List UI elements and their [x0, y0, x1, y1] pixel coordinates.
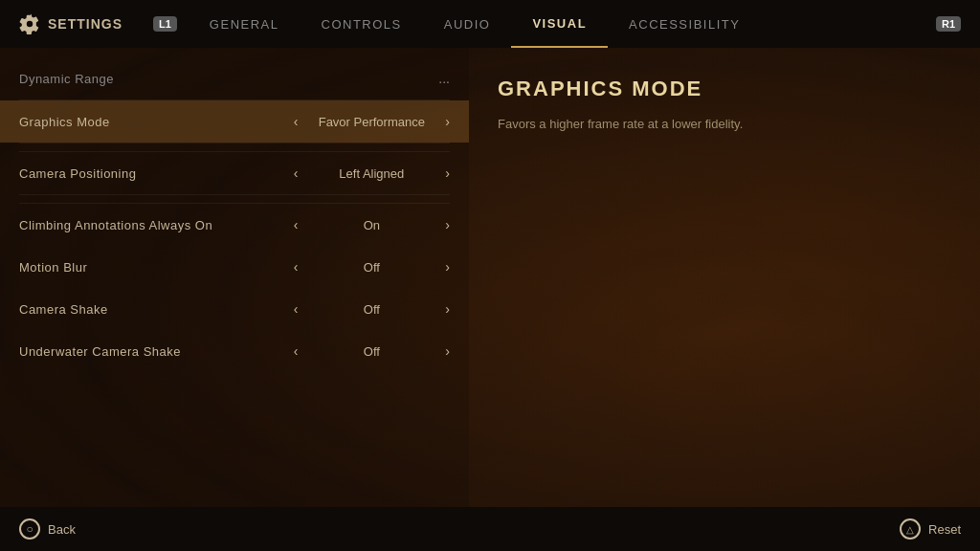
- back-label: Back: [48, 522, 76, 537]
- nav-item-audio[interactable]: AUDIO: [423, 0, 512, 48]
- nav-item-controls[interactable]: CONTROLS: [301, 0, 423, 48]
- settings-label: SETTINGS: [48, 16, 122, 32]
- spacer-2: [0, 195, 469, 203]
- chevron-right-camera-shake[interactable]: ›: [445, 301, 450, 317]
- setting-row-camera-positioning[interactable]: Camera Positioning ‹ Left Aligned ›: [0, 152, 469, 194]
- gear-icon: [19, 13, 40, 34]
- main-content: Dynamic Range ... Graphics Mode ‹ Favor …: [0, 48, 980, 507]
- settings-panel: Dynamic Range ... Graphics Mode ‹ Favor …: [0, 48, 469, 507]
- setting-row-camera-shake[interactable]: Camera Shake ‹ Off ›: [0, 288, 469, 330]
- nav-bar: GENERAL CONTROLS AUDIO VISUAL ACCESSIBIL…: [189, 0, 936, 48]
- chevron-left-camera-shake[interactable]: ‹: [294, 301, 299, 317]
- chevron-right-underwater[interactable]: ›: [445, 343, 450, 359]
- chevron-left-motion-blur[interactable]: ‹: [294, 259, 299, 275]
- camera-positioning-value: Left Aligned: [309, 166, 434, 181]
- motion-blur-control: ‹ Off ›: [294, 259, 450, 275]
- chevron-left-climbing[interactable]: ‹: [294, 217, 299, 232]
- back-button[interactable]: ○ Back: [19, 518, 76, 540]
- circle-icon: ○: [19, 518, 40, 540]
- setting-name-camera-shake: Camera Shake: [19, 302, 294, 317]
- chevron-left-camera-positioning[interactable]: ‹: [294, 165, 299, 181]
- topbar: SETTINGS L1 GENERAL CONTROLS AUDIO VISUA…: [0, 0, 980, 48]
- setting-row-climbing-annotations[interactable]: Climbing Annotations Always On ‹ On ›: [0, 204, 469, 246]
- chevron-right-motion-blur[interactable]: ›: [445, 259, 450, 275]
- info-description: Favors a higher frame rate at a lower fi…: [498, 115, 804, 134]
- setting-row-motion-blur[interactable]: Motion Blur ‹ Off ›: [0, 246, 469, 288]
- chevron-right-camera-positioning[interactable]: ›: [445, 165, 450, 181]
- reset-label: Reset: [928, 522, 961, 537]
- underwater-camera-shake-control: ‹ Off ›: [294, 343, 450, 359]
- r1-badge: R1: [936, 16, 961, 32]
- l1-badge: L1: [153, 16, 177, 32]
- chevron-left-graphics-mode[interactable]: ‹: [294, 114, 299, 129]
- chevron-right-graphics-mode[interactable]: ›: [445, 114, 450, 129]
- underwater-camera-shake-value: Off: [309, 344, 434, 359]
- setting-row-graphics-mode[interactable]: Graphics Mode ‹ Favor Performance ›: [0, 100, 469, 143]
- setting-row-dynamic-range[interactable]: Dynamic Range ...: [0, 57, 469, 99]
- climbing-annotations-control: ‹ On ›: [294, 217, 450, 232]
- nav-item-general[interactable]: GENERAL: [189, 0, 301, 48]
- app-title: SETTINGS: [19, 13, 122, 34]
- nav-item-visual[interactable]: VISUAL: [511, 0, 608, 48]
- nav-item-accessibility[interactable]: ACCESSIBILITY: [608, 0, 761, 48]
- dynamic-range-dots: ...: [438, 71, 450, 86]
- setting-name-camera-positioning: Camera Positioning: [19, 166, 294, 181]
- chevron-left-underwater[interactable]: ‹: [294, 343, 299, 359]
- info-title: GRAPHICS MODE: [498, 77, 951, 101]
- camera-positioning-control: ‹ Left Aligned ›: [294, 165, 450, 181]
- triangle-icon: △: [900, 518, 921, 540]
- setting-name-underwater-camera-shake: Underwater Camera Shake: [19, 344, 294, 359]
- bottombar: ○ Back △ Reset: [0, 507, 980, 551]
- motion-blur-value: Off: [309, 260, 434, 275]
- chevron-right-climbing[interactable]: ›: [445, 217, 450, 232]
- setting-name-dynamic-range: Dynamic Range: [19, 72, 438, 86]
- climbing-annotations-value: On: [309, 218, 434, 232]
- camera-shake-control: ‹ Off ›: [294, 301, 450, 317]
- setting-row-underwater-camera-shake[interactable]: Underwater Camera Shake ‹ Off ›: [0, 330, 469, 372]
- setting-name-graphics-mode: Graphics Mode: [19, 115, 294, 129]
- info-panel: GRAPHICS MODE Favors a higher frame rate…: [469, 48, 980, 507]
- spacer-1: [0, 143, 469, 151]
- graphics-mode-value: Favor Performance: [309, 115, 434, 129]
- graphics-mode-control: ‹ Favor Performance ›: [294, 114, 450, 129]
- camera-shake-value: Off: [309, 302, 434, 317]
- setting-name-climbing-annotations: Climbing Annotations Always On: [19, 218, 294, 232]
- reset-button[interactable]: △ Reset: [900, 518, 961, 540]
- setting-name-motion-blur: Motion Blur: [19, 260, 294, 275]
